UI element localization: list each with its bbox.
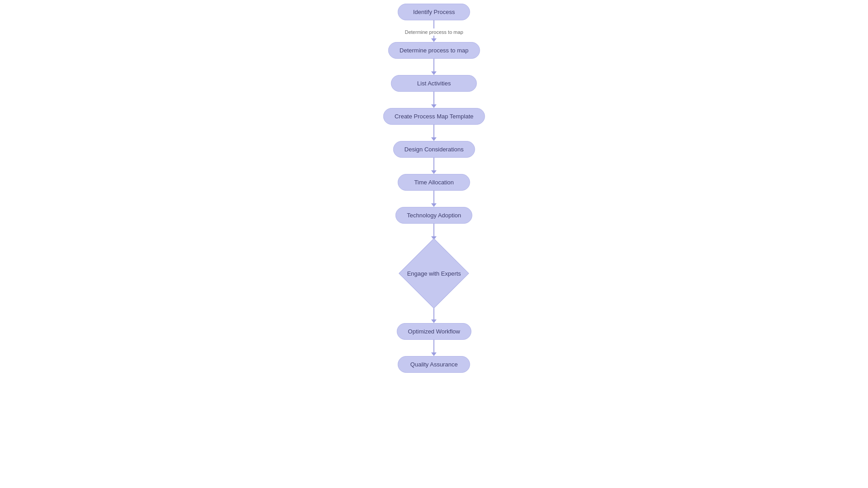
arrow-icon <box>431 38 437 42</box>
connector-2 <box>431 59 437 75</box>
fast-completion-node[interactable]: Quality Assurance <box>398 356 470 373</box>
arrow-icon <box>431 71 437 75</box>
quality-assurance-node[interactable]: Optimized Workflow <box>396 323 471 340</box>
connector-line <box>434 307 434 319</box>
arrow-icon <box>431 352 437 356</box>
identify-process-node[interactable]: Identify Process <box>398 4 470 20</box>
create-process-map-node[interactable]: List Activities <box>391 75 477 92</box>
connector-line <box>434 191 434 203</box>
connector-7 <box>431 224 437 240</box>
arrow-icon <box>431 104 437 108</box>
arrow-icon <box>431 137 437 141</box>
connector-3 <box>431 92 437 108</box>
connector-line <box>434 92 434 104</box>
arrow-icon <box>431 203 437 207</box>
connector-line <box>434 158 434 170</box>
connector-9 <box>431 340 437 356</box>
arrow-icon <box>431 170 437 174</box>
flowchart: Identify Process Determine process to ma… <box>383 0 485 373</box>
list-activities-node[interactable]: Determine process to map <box>388 42 480 59</box>
engage-with-experts-node[interactable]: Technology Adoption <box>396 207 472 224</box>
connector-4 <box>431 125 437 141</box>
connector-label-1: Determine process to map <box>405 29 463 35</box>
connector-line <box>434 59 434 71</box>
connector-line <box>434 20 434 28</box>
connector-line <box>434 340 434 352</box>
connector-6 <box>431 191 437 207</box>
arrow-icon <box>431 319 437 323</box>
connector-line <box>434 224 434 236</box>
time-allocation-node[interactable]: Design Considerations <box>393 141 475 158</box>
connector-1: Determine process to map <box>405 20 463 42</box>
connector-8 <box>431 307 437 323</box>
diamond-label: Engage with Experts <box>407 270 461 277</box>
technology-adoption-node[interactable]: Time Allocation <box>398 174 470 191</box>
connector-5 <box>431 158 437 174</box>
design-considerations-node[interactable]: Create Process Map Template <box>383 108 485 125</box>
connector-line <box>434 125 434 137</box>
optimized-workflow-node[interactable]: Engage with Experts <box>401 240 467 307</box>
